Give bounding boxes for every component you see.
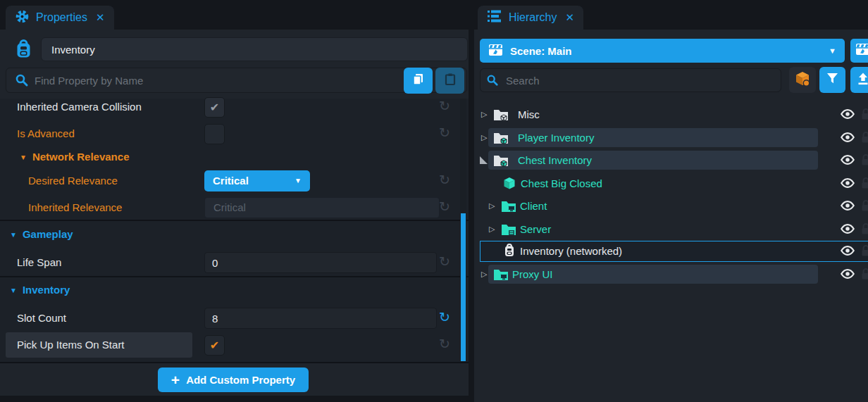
entity-name-input[interactable]	[41, 37, 468, 61]
property-row: Is Advanced ↺	[0, 121, 469, 146]
filter-button[interactable]	[819, 67, 845, 93]
eye-icon[interactable]	[840, 132, 855, 146]
reset-icon[interactable]: ↺	[435, 332, 454, 358]
cube-icon	[794, 70, 811, 90]
folder-cube-icon	[493, 132, 509, 147]
eye-icon[interactable]	[840, 200, 855, 214]
section-label: Network Relevance	[32, 151, 130, 163]
hierarchy-search-input[interactable]	[480, 68, 781, 92]
triangle-expanded-icon[interactable]	[480, 156, 488, 164]
checkbox-checked[interactable]: ✔	[204, 97, 225, 118]
section-label: Inventory	[23, 284, 70, 296]
triangle-right-icon[interactable]: ▷	[489, 201, 495, 211]
reset-icon[interactable]: ↺	[435, 250, 454, 275]
property-row: Inherited Relevance Critical ↺	[0, 195, 469, 220]
triangle-right-icon[interactable]: ▷	[489, 225, 495, 234]
cube-icon	[503, 177, 516, 193]
triangle-right-icon[interactable]: ▷	[481, 133, 487, 142]
lock-icon[interactable]	[860, 244, 868, 260]
lock-icon[interactable]	[860, 199, 868, 215]
paste-button[interactable]	[435, 68, 464, 94]
tree-row-player-inventory[interactable]: ▷ Player Inventory	[474, 127, 868, 149]
eye-icon[interactable]	[840, 154, 855, 168]
property-label: Desired Relevance	[28, 168, 118, 194]
reset-icon[interactable]: ↺	[435, 306, 454, 331]
lock-icon[interactable]	[860, 108, 868, 123]
reset-icon[interactable]: ↺	[435, 195, 454, 220]
clapperboard-icon	[488, 44, 503, 58]
assets-button[interactable]	[789, 67, 816, 93]
hierarchy-icon	[487, 8, 502, 27]
checkmark-icon: ✔	[210, 339, 219, 352]
life-span-input[interactable]	[204, 252, 437, 273]
upload-button[interactable]	[850, 67, 868, 93]
scrollbar-track[interactable]	[460, 99, 466, 363]
lock-icon[interactable]	[860, 131, 868, 146]
relevance-dropdown[interactable]: Critical▼	[204, 170, 310, 191]
copy-button[interactable]	[404, 68, 433, 94]
divider	[0, 220, 469, 221]
reset-icon[interactable]: ↺	[435, 94, 454, 120]
properties-panel: Properties ✕	[0, 0, 469, 402]
close-icon[interactable]: ✕	[96, 11, 105, 24]
plus-icon: +	[171, 373, 180, 387]
panel-bottom-edge	[0, 396, 469, 402]
folder-monitor-icon	[493, 268, 509, 284]
scrollbar-thumb[interactable]	[461, 213, 466, 361]
divider	[0, 362, 469, 363]
property-label: Is Advanced	[17, 121, 75, 146]
section-header[interactable]: ▼Gameplay	[0, 222, 469, 246]
lock-icon[interactable]	[860, 222, 868, 238]
lock-icon[interactable]	[860, 177, 868, 192]
close-icon[interactable]: ✕	[565, 11, 574, 24]
triangle-right-icon[interactable]: ▷	[481, 110, 487, 119]
reset-icon[interactable]: ↺	[435, 121, 454, 146]
reset-icon[interactable]: ↺	[435, 168, 454, 194]
tab-properties[interactable]: Properties ✕	[6, 6, 114, 30]
tree-item-label: Chest Big Closed	[521, 172, 602, 194]
tree-row-chest-inventory[interactable]: Chest Inventory	[474, 149, 868, 171]
property-list: Inherited Camera Collision ✔ ↺ Is Advanc…	[0, 99, 469, 363]
section-header[interactable]: ▼Network Relevance	[0, 145, 469, 169]
section-header[interactable]: ▼Inventory	[0, 278, 469, 302]
slot-count-input[interactable]	[204, 308, 437, 329]
tree-row-proxy-ui[interactable]: ▷ Proxy UI	[474, 263, 868, 285]
eye-icon[interactable]	[840, 108, 855, 123]
folder-cube-icon	[493, 154, 509, 170]
checkbox-checked[interactable]: ✔	[204, 335, 225, 356]
eye-icon[interactable]	[840, 223, 855, 237]
dropdown-value: Critical	[213, 175, 249, 187]
tree-row-inventory-networked[interactable]: Inventory (networked)	[474, 240, 868, 262]
property-search-input[interactable]	[6, 68, 467, 93]
add-custom-property-label: Add Custom Property	[186, 374, 295, 386]
tab-hierarchy-label: Hierarchy	[509, 11, 557, 24]
properties-tabstrip: Properties ✕	[0, 0, 469, 30]
copy-icon	[411, 73, 425, 89]
triangle-right-icon[interactable]: ▷	[481, 270, 487, 279]
filter-icon	[826, 72, 839, 88]
tab-hierarchy[interactable]: Hierarchy ✕	[478, 6, 583, 30]
folder-monitor-icon	[501, 223, 516, 239]
eye-icon[interactable]	[840, 245, 855, 259]
scene-button[interactable]	[850, 39, 868, 63]
property-row: Life Span ↺	[0, 250, 469, 275]
triangle-down-icon: ▼	[10, 231, 17, 239]
tree-row-server[interactable]: ▷ Server	[474, 218, 868, 240]
tree-item-label: Server	[520, 218, 551, 240]
eye-icon[interactable]	[840, 177, 855, 191]
scene-selector[interactable]: Scene: Main ▼	[480, 39, 845, 63]
property-row: Desired Relevance Critical▼ ↺	[0, 168, 469, 194]
tree-row-misc[interactable]: ▷ Misc	[474, 103, 868, 125]
lock-icon[interactable]	[860, 268, 868, 283]
folder-monitor-icon	[501, 200, 516, 215]
tree-row-client[interactable]: ▷ Client	[474, 195, 868, 217]
disabled-value-field: Critical	[204, 197, 440, 218]
property-row: Inherited Camera Collision ✔ ↺	[0, 94, 469, 120]
tree-item-label: Client	[520, 195, 547, 217]
add-custom-property-button[interactable]: + Add Custom Property	[158, 368, 309, 392]
eye-icon[interactable]	[840, 268, 855, 282]
tree-row-chest-big-closed[interactable]: Chest Big Closed	[474, 172, 868, 194]
checkbox-unchecked[interactable]	[204, 124, 225, 144]
lock-icon[interactable]	[860, 153, 868, 169]
property-row: Pick Up Items On Start ✔ ↺	[0, 332, 469, 358]
